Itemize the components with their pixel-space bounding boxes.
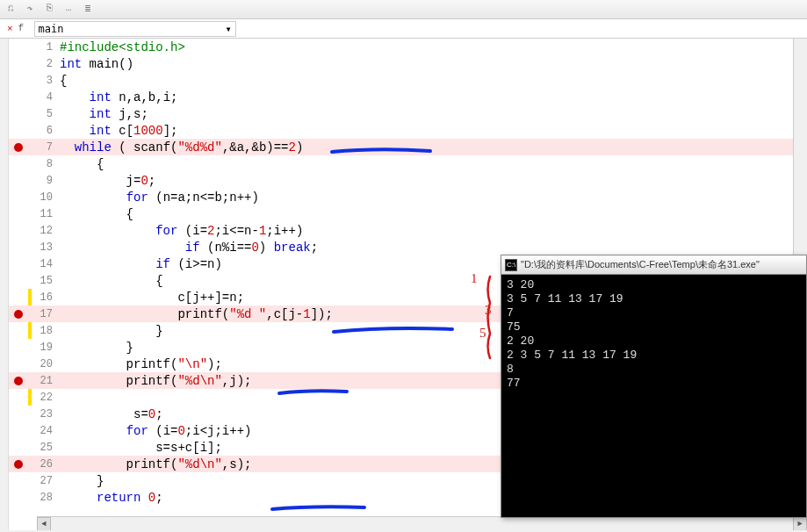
code-line[interactable]: 1#include<stdio.h> [9,39,807,55]
close-icon[interactable]: × [5,22,15,36]
code-line[interactable]: 11 { [9,205,807,222]
line-number: 18 [32,325,60,337]
scroll-right-icon[interactable]: ► [793,517,807,530]
code-line[interactable]: 13 if (n%i==0) break; [9,239,807,255]
code-text[interactable]: if (n%i==0) break; [60,241,807,255]
code-line[interactable]: 10 for (n=a;n<=b;n++) [9,189,807,205]
breakpoint-icon[interactable] [14,310,23,319]
line-number: 23 [32,408,60,421]
line-number: 7 [32,141,60,154]
code-line[interactable]: 4 int n,a,b,i; [9,89,807,105]
function-dropdown[interactable]: main ▾ [34,21,236,37]
line-number: 13 [32,241,60,254]
breakpoint-icon[interactable] [14,460,23,469]
function-icon: f [18,23,31,35]
code-line[interactable]: 2int main() [9,55,807,72]
console-titlebar[interactable]: C:\ "D:\我的资料库\Documents\C-Free\Temp\未命名3… [501,255,806,275]
code-text[interactable]: while ( scanf("%d%d",&a,&b)==2) [60,140,807,155]
chevron-down-icon: ▾ [225,23,231,35]
line-number: 6 [32,125,60,137]
line-number: 14 [32,258,60,270]
line-number: 15 [32,275,60,287]
line-number: 25 [32,442,60,454]
line-number: 24 [32,425,60,437]
code-text[interactable]: #include<stdio.h> [60,40,807,54]
code-text[interactable]: { [60,207,807,221]
console-icon: C:\ [505,259,517,271]
line-number: 27 [32,475,60,487]
line-number: 3 [32,75,60,87]
line-number: 28 [32,492,60,504]
line-number: 17 [32,308,60,320]
line-number: 5 [32,108,60,120]
line-number: 8 [32,158,60,170]
function-bar: × f main ▾ [0,19,807,39]
code-line[interactable]: 8 { [9,155,807,172]
code-text[interactable]: int j,s; [60,107,807,121]
code-text[interactable]: for (i=2;i<=n-1;i++) [60,224,807,238]
code-line[interactable]: 5 int j,s; [9,105,807,122]
line-number: 1 [32,41,60,54]
line-number: 11 [32,208,60,220]
console-title-text: "D:\我的资料库\Documents\C-Free\Temp\未命名31.ex… [521,258,760,271]
toolbar-icon[interactable]: ⎘ [42,3,56,17]
toolbar-icon[interactable]: … [61,3,76,17]
line-number: 10 [32,191,60,204]
code-text[interactable]: { [60,74,807,88]
line-number: 16 [32,291,60,304]
code-text[interactable]: int c[1000]; [60,124,807,138]
code-text[interactable]: j=0; [60,174,807,188]
console-output: 3 20 3 5 7 11 13 17 19 7 75 2 20 2 3 5 7… [501,275,806,394]
console-window: C:\ "D:\我的资料库\Documents\C-Free\Temp\未命名3… [501,255,807,518]
code-line[interactable]: 12 for (i=2;i<=n-1;i++) [9,222,807,239]
code-text[interactable]: for (n=a;n<=b;n++) [60,191,807,205]
redo-icon[interactable]: ↷ [23,3,37,17]
scroll-left-icon[interactable]: ◄ [37,517,51,530]
line-number: 20 [32,358,60,370]
line-number: 22 [32,392,60,404]
breakpoint-icon[interactable] [14,143,23,152]
code-line[interactable]: 6 int c[1000]; [9,122,807,139]
code-text[interactable]: { [60,157,807,171]
line-number: 26 [32,458,60,471]
gutter[interactable] [9,310,28,319]
code-line[interactable]: 3{ [9,72,807,89]
line-number: 19 [32,341,60,354]
line-number: 21 [32,375,60,387]
scroll-track[interactable] [51,517,793,530]
toolbar-icon[interactable]: ≣ [81,3,95,17]
line-number: 2 [32,58,60,70]
code-text[interactable]: int n,a,b,i; [60,90,807,104]
code-line[interactable]: 9 j=0; [9,172,807,189]
gutter[interactable] [9,377,28,385]
left-margin [0,39,9,530]
line-number: 9 [32,175,60,187]
line-number: 4 [32,91,60,104]
gutter[interactable] [9,460,28,469]
code-line[interactable]: 7 while ( scanf("%d%d",&a,&b)==2) [9,139,807,155]
toolbar: ⎌ ↷ ⎘ … ≣ [0,0,807,19]
line-number: 12 [32,225,60,237]
code-text[interactable]: int main() [60,57,807,71]
function-name: main [39,23,64,35]
undo-icon[interactable]: ⎌ [4,3,18,17]
horizontal-scrollbar[interactable]: ◄► [37,516,807,530]
gutter[interactable] [9,143,28,152]
breakpoint-icon[interactable] [14,377,23,385]
